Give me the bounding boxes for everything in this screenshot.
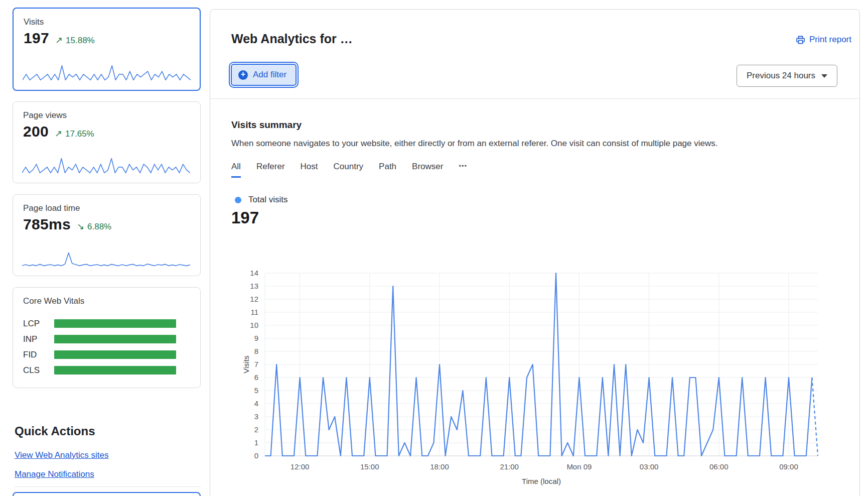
svg-text:Visits: Visits — [242, 355, 250, 374]
trend-badge: 6.88% — [77, 221, 111, 232]
cwv-bar-good — [54, 350, 176, 359]
svg-text:13: 13 — [250, 282, 258, 290]
svg-text:0: 0 — [254, 451, 258, 460]
cwv-label: FID — [23, 350, 54, 360]
chevron-down-icon — [821, 74, 827, 78]
tab-referer[interactable]: Referer — [256, 162, 285, 176]
svg-text:4: 4 — [254, 399, 258, 408]
cwv-row-lcp: LCP — [23, 316, 190, 331]
cwv-row-fid: FID — [23, 347, 190, 362]
svg-text:10: 10 — [250, 321, 258, 329]
metric-card-title: Page load time — [23, 203, 80, 213]
trend-up-icon — [55, 128, 62, 139]
metric-value: 200 — [23, 123, 49, 140]
metric-card-title: Visits — [24, 17, 44, 27]
manage-notifications-link[interactable]: Manage Notifications — [15, 469, 94, 479]
legend-label: Total visits — [248, 195, 287, 205]
cwv-bar-good — [54, 335, 176, 343]
svg-text:7: 7 — [254, 360, 258, 368]
legend-dot-icon — [235, 197, 241, 203]
print-report-label: Print report — [809, 35, 851, 45]
chart-legend: Total visits — [235, 195, 287, 205]
svg-text:5: 5 — [254, 386, 258, 395]
trend-badge: 15.88% — [55, 35, 95, 46]
tab-browser[interactable]: Browser — [412, 162, 443, 176]
add-filter-button[interactable]: Add filter — [231, 64, 297, 86]
metric-value: 197 — [24, 30, 49, 47]
time-range-label: Previous 24 hours — [747, 71, 815, 81]
trend-down-icon — [77, 221, 84, 232]
svg-text:Time (local): Time (local) — [522, 477, 561, 485]
printer-icon — [796, 35, 805, 45]
header-divider — [210, 98, 859, 99]
svg-text:3: 3 — [254, 412, 258, 421]
visits-summary-description: When someone navigates to your website, … — [231, 139, 717, 149]
quick-actions-title: Quick Actions — [15, 424, 95, 438]
visits-chart: 12:0015:0018:0021:00Mon 0903:0006:0009:0… — [239, 267, 826, 493]
cwv-label: CLS — [23, 365, 54, 376]
metric-card-visits[interactable]: Visits 197 15.88% — [13, 8, 201, 91]
svg-text:2: 2 — [254, 425, 258, 434]
trend-badge: 17.65% — [55, 128, 94, 139]
cwv-label: INP — [23, 334, 54, 344]
metric-card-title: Page views — [23, 110, 67, 120]
pageviews-sparkline-chart — [22, 155, 190, 177]
time-range-dropdown[interactable]: Previous 24 hours — [737, 65, 837, 87]
page-title: Web Analytics for … — [231, 32, 353, 46]
svg-text:9: 9 — [254, 334, 258, 342]
sidebar: Visits 197 15.88% Page views 200 17.65% … — [13, 0, 201, 496]
trend-up-icon — [55, 35, 63, 46]
web-analytics-panel: Web Analytics for … Print report Add fil… — [210, 9, 860, 496]
add-filter-label: Add filter — [253, 70, 286, 80]
svg-text:18:00: 18:00 — [430, 462, 449, 471]
dimension-tabs: All Referer Host Country Path Browser ••… — [231, 162, 467, 178]
cwv-label: LCP — [23, 319, 54, 329]
tab-host[interactable]: Host — [301, 162, 318, 176]
plus-icon — [238, 70, 248, 80]
trend-percent: 15.88% — [66, 36, 95, 46]
svg-text:12:00: 12:00 — [291, 462, 310, 471]
metric-card-page-views[interactable]: Page views 200 17.65% — [13, 101, 201, 183]
cwv-row-inp: INP — [23, 331, 190, 347]
svg-text:06:00: 06:00 — [709, 462, 729, 471]
metric-value: 785ms — [23, 216, 71, 233]
core-web-vitals-title: Core Web Vitals — [23, 296, 84, 306]
metric-card-partial[interactable] — [13, 492, 201, 496]
svg-text:09:00: 09:00 — [779, 462, 798, 471]
svg-text:1: 1 — [254, 438, 258, 447]
cwv-row-cls: CLS — [23, 362, 190, 378]
view-web-analytics-sites-link[interactable]: View Web Analytics sites — [15, 450, 108, 460]
tab-path[interactable]: Path — [379, 162, 396, 176]
cwv-bar-good — [54, 366, 176, 375]
core-web-vitals-card: Core Web Vitals LCP INP FID CLS — [13, 287, 201, 388]
print-report-button[interactable]: Print report — [796, 35, 851, 45]
tab-country[interactable]: Country — [334, 162, 364, 176]
svg-text:6: 6 — [254, 373, 258, 382]
sidebar-divider — [15, 486, 201, 487]
visits-summary-title: Visits summary — [231, 119, 302, 131]
tab-all[interactable]: All — [231, 162, 241, 178]
metric-card-page-load-time[interactable]: Page load time 785ms 6.88% — [13, 194, 201, 276]
total-visits-value: 197 — [231, 208, 259, 227]
svg-text:21:00: 21:00 — [500, 462, 519, 471]
svg-text:8: 8 — [254, 347, 258, 355]
visits-sparkline-chart — [23, 62, 191, 84]
svg-text:11: 11 — [250, 308, 258, 316]
trend-percent: 6.88% — [87, 222, 111, 232]
svg-text:12: 12 — [250, 295, 258, 303]
trend-percent: 17.65% — [65, 129, 94, 139]
loadtime-sparkline-chart — [22, 247, 190, 270]
cwv-bar-good — [54, 319, 176, 328]
svg-text:15:00: 15:00 — [360, 462, 379, 471]
tab-more-ellipsis-icon[interactable]: ••• — [459, 162, 467, 174]
svg-text:Mon 09: Mon 09 — [566, 462, 592, 471]
svg-text:14: 14 — [250, 269, 258, 277]
svg-text:03:00: 03:00 — [640, 462, 659, 471]
